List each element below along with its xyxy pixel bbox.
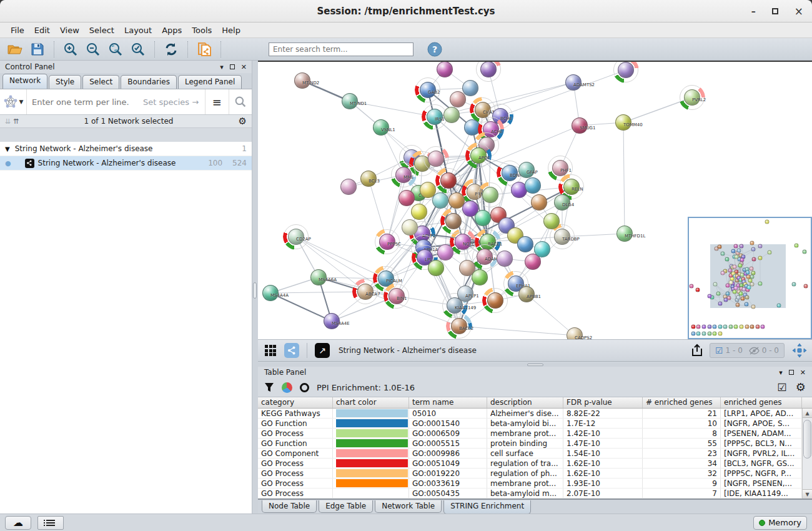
network-collection-row[interactable]: ▼ String Network - Alzheimer's disease 1 — [0, 142, 252, 156]
column-header-category[interactable]: category — [258, 397, 333, 408]
open-session-button[interactable] — [5, 40, 25, 59]
table-row[interactable]: GO ProcessGO:0019220regulation of ph...1… — [258, 469, 812, 479]
menu-apps[interactable]: Apps — [157, 24, 186, 36]
zoom-in-button[interactable] — [61, 40, 81, 59]
column-header--enriched-genes[interactable]: # enriched genes — [643, 397, 721, 408]
table-close-icon[interactable]: ✕ — [800, 369, 806, 376]
table-splitter-grip[interactable] — [527, 364, 543, 366]
memory-button[interactable]: Memory — [753, 516, 807, 530]
grid-view-button[interactable] — [262, 342, 279, 359]
table-row[interactable]: KEGG Pathways05010Alzheimer's dise...8.8… — [258, 409, 812, 419]
share-view-button[interactable] — [283, 342, 300, 359]
birdseye-node — [777, 304, 781, 308]
string-options-button[interactable]: ≡ — [205, 89, 228, 114]
birdseye-node — [761, 324, 765, 329]
string-protein-query-button[interactable]: ▼ — [0, 89, 27, 114]
menu-select[interactable]: Select — [85, 24, 119, 36]
panel-splitter[interactable] — [252, 61, 258, 514]
scroll-up-icon[interactable]: ▲ — [803, 409, 812, 418]
node-label: MS4A6A — [319, 277, 337, 282]
task-list-button[interactable] — [37, 516, 64, 530]
menu-view[interactable]: View — [56, 24, 84, 36]
network-file-button[interactable] — [194, 40, 214, 59]
table-row[interactable]: GO ProcessGO:0050435beta-amyloid m...2.0… — [258, 489, 812, 499]
filter-button[interactable] — [264, 382, 274, 392]
search-input[interactable] — [269, 42, 413, 56]
cloud-button[interactable]: ☁ — [5, 516, 31, 530]
menu-tools[interactable]: Tools — [187, 24, 216, 36]
set-species-hint[interactable]: Set species → — [143, 97, 205, 107]
external-arrow-icon: ↗ — [315, 343, 330, 358]
tab-string-enrichment[interactable]: STRING Enrichment — [443, 500, 531, 514]
menu-help[interactable]: Help — [217, 24, 245, 36]
help-button[interactable]: ? — [425, 40, 445, 59]
select-columns-icon[interactable]: ☑ — [778, 382, 787, 393]
panel-menu-icon[interactable]: ▾ — [220, 64, 224, 71]
table-cell: 8.82E-22 — [563, 409, 643, 418]
string-search-button[interactable] — [229, 89, 252, 114]
control-panel-title: Control Panel — [5, 62, 55, 71]
splitter-grip[interactable] — [253, 282, 257, 299]
table-row[interactable]: GO ProcessGO:0033619membrane prot...1.93… — [258, 479, 812, 489]
minimize-button[interactable]: – — [751, 7, 756, 16]
table-row[interactable]: GO FunctionGO:0001540beta-amyloid bi...1… — [258, 419, 812, 429]
table-cell: 1.54E-10 — [563, 449, 643, 458]
close-panel-icon[interactable]: ✕ — [241, 64, 247, 71]
table-header-row: categorychart colorterm namedescriptionF… — [258, 397, 812, 409]
chart-color-swatch — [336, 479, 408, 487]
birdseye-node — [745, 295, 749, 300]
zoom-fit-button[interactable] — [106, 40, 126, 59]
string-term-input[interactable] — [27, 97, 143, 107]
menu-file[interactable]: File — [6, 24, 29, 36]
refresh-button[interactable] — [161, 40, 181, 59]
float-panel-icon[interactable] — [230, 64, 235, 69]
birdseye-node — [691, 331, 695, 335]
network-list-gear-icon[interactable]: ⚙ — [239, 117, 247, 126]
tab-network[interactable]: Network — [2, 74, 47, 89]
maximize-button[interactable] — [772, 8, 778, 14]
tab-style[interactable]: Style — [49, 75, 81, 89]
table-float-icon[interactable] — [789, 370, 794, 375]
donut-chart-button[interactable] — [300, 383, 309, 392]
scroll-thumb[interactable] — [803, 420, 811, 459]
menu-edit[interactable]: Edit — [30, 24, 54, 36]
table-row[interactable]: GO FunctionGO:0005515protein binding1.47… — [258, 439, 812, 449]
save-session-button[interactable] — [27, 40, 47, 59]
chart-color-swatch — [336, 459, 408, 467]
collapse-all-icon[interactable]: ⇊ — [5, 117, 11, 126]
scroll-down-icon[interactable]: ▼ — [803, 489, 812, 499]
table-cell — [333, 459, 409, 468]
column-header-chart-color[interactable]: chart color — [333, 397, 409, 408]
column-header-fdr-p-value[interactable]: FDR p-value — [563, 397, 643, 408]
table-row[interactable]: GO ProcessGO:0006509membrane prot...1.42… — [258, 429, 812, 439]
column-header-enriched-genes[interactable]: enriched genes — [721, 397, 802, 408]
tab-legend-panel[interactable]: Legend Panel — [178, 75, 242, 89]
network-row[interactable]: ● String Network - Alzheimer's disease 1… — [0, 156, 252, 171]
tab-boundaries[interactable]: Boundaries — [121, 75, 177, 89]
table-settings-gear-icon[interactable]: ⚙ — [796, 382, 806, 393]
menu-layout[interactable]: Layout — [120, 24, 156, 36]
tree-expand-icon[interactable]: ▼ — [5, 146, 10, 152]
birdseye-view[interactable] — [688, 217, 812, 339]
table-panel-menu-icon[interactable]: ▾ — [779, 369, 783, 376]
tab-network-table[interactable]: Network Table — [375, 500, 442, 513]
navigate-button[interactable] — [791, 342, 808, 359]
zoom-out-button[interactable] — [83, 40, 103, 59]
table-splitter[interactable] — [258, 362, 812, 367]
column-header-description[interactable]: description — [487, 397, 563, 408]
close-button[interactable]: × — [795, 6, 803, 17]
table-cell: GO Function — [258, 419, 333, 428]
table-row[interactable]: GO ProcessGO:0051049regulation of tra...… — [258, 459, 812, 469]
export-network-button[interactable] — [688, 342, 706, 359]
table-scrollbar[interactable]: ▲ ▼ — [802, 409, 812, 499]
detach-view-button[interactable]: ↗ — [314, 342, 331, 359]
tab-edge-table[interactable]: Edge Table — [319, 500, 373, 513]
pie-chart-button[interactable] — [282, 382, 292, 393]
column-header-term-name[interactable]: term name — [409, 397, 487, 408]
zoom-selected-button[interactable] — [128, 40, 148, 59]
expand-all-icon[interactable]: ⇈ — [13, 117, 19, 126]
network-canvas[interactable]: MT-ND2MT-ND1VSNL1GAB2ADAMTS2PVRL2SMUG1TO… — [258, 61, 812, 339]
tab-node-table[interactable]: Node Table — [262, 500, 317, 513]
tab-select[interactable]: Select — [82, 75, 119, 89]
table-row[interactable]: GO ComponentGO:0009986cell surface1.54E-… — [258, 449, 812, 459]
